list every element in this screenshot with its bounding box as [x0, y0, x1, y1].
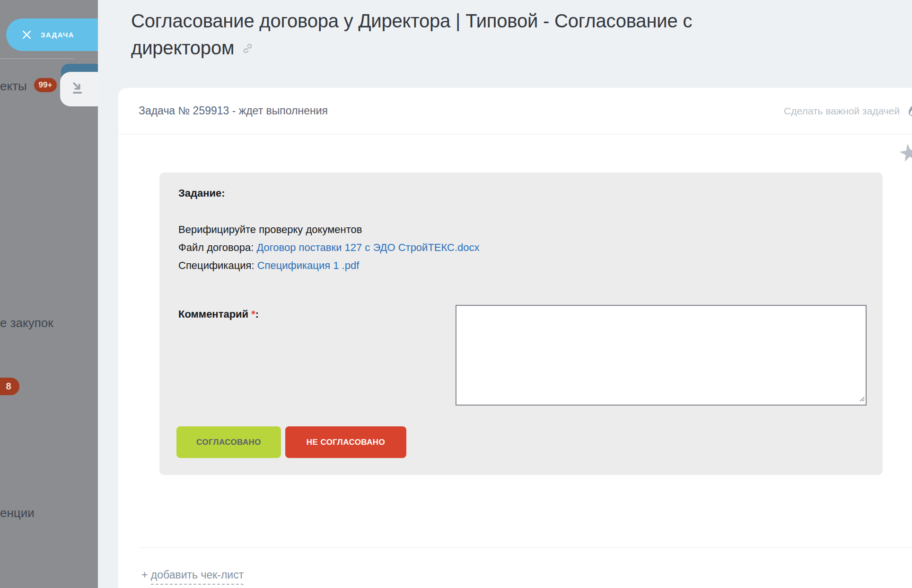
page-title: Согласование договора у Директора | Типо…: [131, 8, 878, 61]
page-title-line2: директором: [131, 37, 234, 58]
sidebar-count-badge: 8: [0, 378, 19, 395]
add-checklist-plus: +: [141, 569, 151, 581]
approve-button[interactable]: СОГЛАСОВАНО: [176, 426, 281, 458]
required-asterisk: *: [251, 308, 255, 320]
make-important-button[interactable]: Сделать важной задачей: [784, 88, 912, 134]
task-tab-label: ЗАДАЧА: [41, 31, 74, 39]
task-status-header: Задача № 259913 - ждет выполнения: [139, 88, 328, 134]
close-icon[interactable]: [21, 29, 33, 41]
make-important-label: Сделать важной задачей: [784, 105, 900, 117]
card-header-divider: [118, 134, 912, 134]
task-description-title: Задание:: [178, 187, 225, 199]
task-description-text: Верифицируйте проверку документов Файл д…: [178, 221, 480, 275]
add-checklist-button[interactable]: + добавить чек-лист: [141, 569, 244, 581]
task-line-contract: Файл договора: Договор поставки 127 с ЭД…: [178, 239, 480, 257]
projects-count-badge: 99+: [34, 78, 57, 92]
link-icon[interactable]: [242, 35, 254, 61]
comment-textarea[interactable]: [456, 305, 867, 406]
sidebar-item-purchases[interactable]: е закупок: [0, 316, 53, 330]
collapse-arrow-icon: [70, 80, 87, 98]
task-line-spec: Спецификация: Спецификация 1 .pdf: [178, 257, 480, 275]
contract-file-link[interactable]: Договор поставки 127 с ЭДО СтройТЕКС.doc…: [256, 242, 479, 253]
sidebar-item-projects[interactable]: екты: [0, 79, 27, 94]
reject-button[interactable]: НЕ СОГЛАСОВАНО: [285, 426, 406, 458]
sidebar-item-competitions[interactable]: енции: [0, 506, 35, 520]
task-line-verify: Верифицируйте проверку документов: [178, 221, 480, 239]
comment-textarea-wrap: [456, 305, 867, 406]
spec-file-link[interactable]: Спецификация 1 .pdf: [257, 259, 360, 271]
task-description-box: Задание: Верифицируйте проверку документ…: [159, 173, 883, 475]
sidebar-divider: [0, 58, 75, 59]
comment-label-colon: :: [255, 308, 259, 320]
comment-label: Комментарий *:: [178, 308, 259, 320]
checklist-divider: [140, 547, 912, 548]
spec-file-label: Спецификация:: [178, 259, 257, 271]
screen: екты 99+ е закупок 8 енции ЗАДАЧА Соглас…: [0, 0, 912, 588]
task-slider-panel: Согласование договора у Директора | Типо…: [98, 0, 912, 588]
page-title-line1: Согласование договора у Директора | Типо…: [131, 10, 692, 31]
add-checklist-label: добавить чек-лист: [151, 569, 244, 585]
contract-file-label: Файл договора:: [178, 242, 256, 253]
flame-icon: [906, 104, 912, 118]
comment-label-text: Комментарий: [178, 308, 251, 320]
